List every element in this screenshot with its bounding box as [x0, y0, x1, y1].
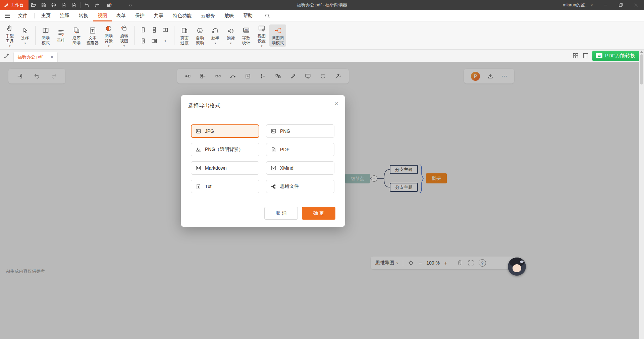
tabbar: 福昕办公.pdf × ⇄ PDF万能转换	[0, 50, 644, 62]
assistant-icon	[211, 27, 219, 35]
print-button[interactable]	[49, 0, 59, 10]
text-viewer-button[interactable]: 文本 查看器	[84, 24, 101, 47]
menu-item-share[interactable]: 共享	[149, 10, 168, 21]
format-option-txt[interactable]: Txt	[191, 180, 259, 193]
format-option-jpg[interactable]: JPG	[191, 124, 259, 138]
pdf-convert-button[interactable]: ⇄ PDF万能转换	[592, 51, 641, 61]
format-option-png[interactable]: PNG	[266, 124, 334, 138]
titlebar: 工作台 ▾ 福昕办公.pdf - 福昕阅读器 miarua的监... ∨	[0, 0, 644, 10]
tab-close-button[interactable]: ×	[51, 54, 53, 60]
save-button[interactable]	[39, 0, 49, 10]
read-background-button[interactable]: 阅读 背景 ▾	[101, 22, 116, 49]
rotate-view-button[interactable]: 旋转 视图 ▾	[116, 22, 132, 49]
confirm-button[interactable]: 确 定	[302, 207, 335, 220]
auto-scroll-button[interactable]: 自动 滚动	[192, 24, 208, 47]
facing-page-button[interactable]	[161, 25, 170, 35]
undo-button[interactable]	[82, 0, 92, 10]
maximize-button[interactable]	[613, 0, 629, 10]
convert-label: PDF万能转换	[605, 53, 635, 59]
scrollbar-thumb[interactable]	[640, 54, 643, 84]
mindmap-canvas: P ⋯ 级节点 − 分支主题 分支主题 概要 思维导图 ∨ − 100 % +	[0, 62, 644, 339]
cancel-button[interactable]: 取 消	[264, 207, 298, 220]
scroll-up-icon[interactable]	[640, 51, 643, 53]
divider	[134, 26, 135, 45]
page-mode-dropdown[interactable]: ▾	[161, 36, 170, 46]
facing-scroll-button[interactable]	[150, 36, 159, 46]
image-icon	[270, 128, 277, 134]
cursor-icon	[21, 27, 29, 35]
single-scroll-button[interactable]	[139, 36, 148, 46]
page-scroll-icon	[140, 38, 147, 44]
menu-item-features[interactable]: 特色功能	[168, 10, 196, 21]
chevron-down-icon: ▾	[24, 42, 26, 45]
dialog-title: 选择导出格式	[188, 102, 220, 109]
hide-ribbon-icon	[127, 2, 133, 8]
open-file-button[interactable]	[29, 0, 39, 10]
word-count-button[interactable]: AB 字数 统计	[238, 24, 254, 47]
assistant-button[interactable]: 助手 ▾	[208, 25, 223, 46]
export-pdf-button[interactable]	[59, 0, 69, 10]
close-button[interactable]	[629, 0, 644, 10]
stamp-tool-button[interactable]: ▾	[102, 0, 115, 10]
format-option-pdf[interactable]: PDF	[266, 143, 334, 156]
menu-item-present[interactable]: 放映	[220, 10, 238, 21]
close-icon	[634, 2, 639, 8]
menu-item-comment[interactable]: 注释	[55, 10, 74, 21]
format-option-markdown[interactable]: Markdown	[191, 161, 259, 175]
workspace-button[interactable]: 工作台	[0, 0, 29, 10]
avatar-highlight	[520, 261, 524, 263]
window-title: 福昕办公.pdf - 福昕阅读器	[297, 2, 347, 8]
menu-item-cloud[interactable]: 云服务	[196, 10, 220, 21]
user-avatar[interactable]	[508, 258, 526, 276]
page-transition-button[interactable]: 页面 过渡	[177, 24, 192, 47]
search-button[interactable]	[259, 10, 275, 21]
workspace-label: 工作台	[11, 2, 24, 8]
menu-item-view[interactable]: 视图	[93, 10, 112, 21]
view-settings-icon	[258, 24, 266, 33]
read-mode-button[interactable]: 阅读 模式	[38, 24, 53, 47]
menu-item-convert[interactable]: 转换	[74, 10, 93, 21]
format-option-mindfile[interactable]: 思绪文件	[266, 180, 334, 193]
page-thumbnails-button[interactable]	[572, 52, 579, 59]
book-icon	[42, 26, 50, 35]
menu-item-home[interactable]: 主页	[37, 10, 55, 21]
reverse-read-button[interactable]: 逆序 阅读	[69, 24, 84, 47]
hand-tool-button[interactable]: 手型 工具 ▾	[2, 22, 17, 49]
dialog-close-button[interactable]: ×	[334, 100, 338, 107]
save-icon	[41, 2, 47, 8]
mindmap-read-mode-button[interactable]: 脑图阅 读模式	[269, 24, 286, 47]
select-tool-button[interactable]: 选择 ▾	[17, 25, 33, 46]
document-tab[interactable]: 福昕办公.pdf ×	[13, 52, 58, 62]
reflow-button[interactable]: 重排	[53, 27, 69, 44]
hand-icon	[6, 24, 14, 33]
read-aloud-button[interactable]: 朗读 ▾	[223, 25, 238, 46]
account-menu[interactable]: miarua的监... ∨	[558, 2, 598, 8]
tab-title: 福昕办公.pdf	[18, 54, 43, 60]
menu-item-file[interactable]: 文件	[13, 10, 32, 21]
chevron-down-icon: ▾	[123, 45, 125, 48]
menu-toggle-button[interactable]	[5, 14, 10, 18]
minimize-button[interactable]	[598, 0, 613, 10]
facing-scroll-icon	[151, 38, 158, 44]
format-option-xmind[interactable]: XMind	[266, 161, 334, 175]
menu-item-help[interactable]: 帮助	[238, 10, 257, 21]
menu-item-form[interactable]: 表单	[112, 10, 130, 21]
grid-icon	[572, 52, 579, 59]
reverse-pages-icon	[72, 26, 80, 35]
printer-icon	[51, 2, 57, 8]
redo-button[interactable]	[92, 0, 102, 10]
menu-item-protect[interactable]: 保护	[130, 10, 149, 21]
foxit-logo-icon	[3, 2, 9, 8]
page-layout-button[interactable]	[582, 52, 589, 59]
single-page-button[interactable]	[139, 25, 148, 35]
view-settings-button[interactable]: 视图 设置 ▾	[254, 22, 269, 49]
divider	[174, 26, 174, 45]
reflow-icon	[57, 29, 65, 37]
format-option-png-transparent[interactable]: PNG（透明背景）	[191, 143, 259, 156]
ribbon-toolbar: 手型 工具 ▾ 选择 ▾ 阅读 模式 重排 逆序 阅读 文本 查看器 阅读 背景…	[0, 21, 644, 50]
vertical-scrollbar[interactable]	[639, 50, 644, 339]
collapse-toolbar-button[interactable]	[125, 0, 136, 10]
continuous-page-button[interactable]	[150, 25, 159, 35]
create-pdf-button[interactable]	[69, 0, 79, 10]
annotate-button[interactable]	[3, 52, 10, 59]
